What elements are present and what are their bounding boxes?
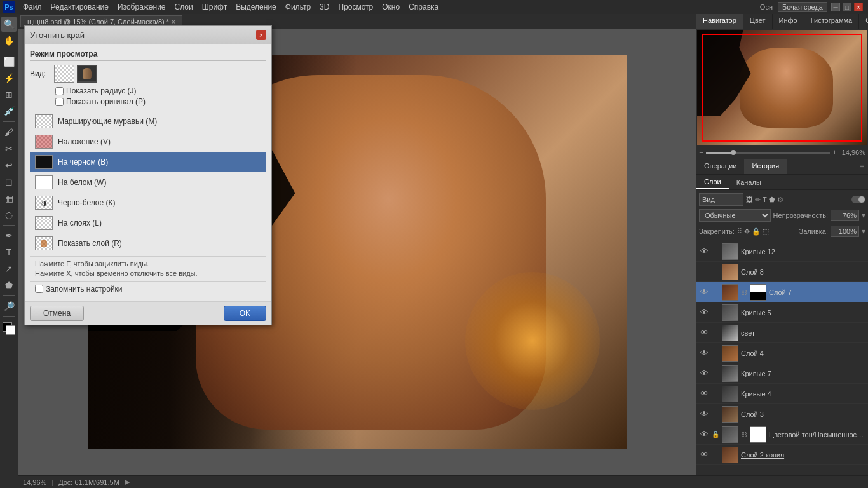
menu-font[interactable]: Шрифт <box>198 1 231 13</box>
tab-info[interactable]: Инфо <box>773 14 804 29</box>
menu-window[interactable]: Окно <box>378 1 403 13</box>
menu-help[interactable]: Справка <box>405 1 442 13</box>
layer-visibility-3[interactable]: 👁 <box>699 287 709 297</box>
tool-zoom[interactable]: 🔎 <box>1 299 17 314</box>
remember-checkbox[interactable] <box>35 285 43 293</box>
filter-icon-5[interactable]: ⚙ <box>777 196 783 204</box>
view-option-bw[interactable]: ◑ Черно-белое (К) <box>30 193 266 213</box>
view-option-on-black[interactable]: На черном (В) <box>30 152 266 172</box>
tool-clone[interactable]: ✂ <box>1 141 17 156</box>
blend-mode-select[interactable]: Обычные <box>699 209 771 222</box>
menu-filter[interactable]: Фильтр <box>281 1 315 13</box>
tool-dodge[interactable]: ◌ <box>1 207 17 222</box>
color-swatch[interactable] <box>3 322 15 335</box>
ok-button[interactable]: OK <box>224 306 266 321</box>
layer-link-11[interactable] <box>712 450 719 460</box>
layer-item-7[interactable]: 👁Кривые 7 <box>696 363 868 384</box>
tab-operations[interactable]: Операции <box>696 159 744 174</box>
layer-link-1[interactable] <box>712 247 719 257</box>
view-option-marching-ants[interactable]: Марширующие муравьи (М) <box>30 111 266 132</box>
close-btn[interactable]: × <box>854 3 863 11</box>
layer-visibility-10[interactable]: 👁 <box>699 430 709 440</box>
layer-item-6[interactable]: 👁Слой 4 <box>696 343 868 363</box>
layer-link-8[interactable] <box>712 389 719 399</box>
layer-link-7[interactable] <box>712 369 719 379</box>
tab-history[interactable]: История <box>744 159 787 174</box>
zoom-in-btn[interactable]: + <box>832 148 837 157</box>
layer-item-9[interactable]: 👁Слой 3 <box>696 404 868 424</box>
filter-icon-3[interactable]: T <box>763 196 767 204</box>
layers-panel-menu[interactable]: ≡ <box>856 159 868 174</box>
layer-visibility-2[interactable] <box>699 267 709 277</box>
tab-color[interactable]: Цвет <box>743 14 773 29</box>
tool-history-brush[interactable]: ↩ <box>1 158 17 173</box>
zoom-slider[interactable] <box>706 152 830 154</box>
subtab-layers[interactable]: Слои <box>696 175 729 189</box>
tool-lasso[interactable]: ⚡ <box>1 71 17 86</box>
tool-eyedropper[interactable]: 💉 <box>1 104 17 119</box>
filter-icon-2[interactable]: ✏ <box>755 196 761 204</box>
view-option-overlay[interactable]: Наложение (V) <box>30 132 266 152</box>
tool-crop[interactable]: ⊞ <box>1 87 17 102</box>
tab-histogram[interactable]: Гистограмма <box>804 14 860 29</box>
filter-toggle[interactable] <box>851 196 865 203</box>
tab-swatches[interactable]: Образцы <box>859 14 868 29</box>
zoom-slider-thumb[interactable] <box>731 150 736 155</box>
menu-image[interactable]: Изображение <box>114 1 170 13</box>
layer-visibility-1[interactable]: 👁 <box>699 247 709 257</box>
layer-item-2[interactable]: Слой 8 <box>696 262 868 282</box>
tool-eraser[interactable]: ◻ <box>1 174 17 189</box>
navigator-viewport[interactable] <box>702 34 862 142</box>
tool-brush[interactable]: 🖌 <box>1 125 17 140</box>
menu-view[interactable]: Просмотр <box>334 1 377 13</box>
lock-position[interactable]: ✥ <box>744 227 750 236</box>
zoom-out-btn[interactable]: − <box>699 148 703 157</box>
lock-pixels[interactable]: ⠿ <box>737 227 742 236</box>
layer-link-5[interactable] <box>712 328 719 338</box>
opacity-dropdown[interactable]: ▾ <box>862 211 865 220</box>
background-color[interactable] <box>6 325 15 335</box>
layer-item-5[interactable]: 👁свет <box>696 323 868 343</box>
layer-link-6[interactable] <box>712 348 719 358</box>
lock-all[interactable]: 🔒 <box>752 227 761 236</box>
menu-select[interactable]: Выделение <box>232 1 280 13</box>
layer-link-4[interactable] <box>712 308 719 318</box>
menu-file[interactable]: Файл <box>19 1 46 13</box>
tool-path[interactable]: ↗ <box>1 261 17 276</box>
filter-icon-1[interactable]: 🖼 <box>746 196 753 204</box>
layer-item-8[interactable]: 👁Кривые 4 <box>696 384 868 404</box>
tool-text[interactable]: T <box>1 245 17 260</box>
show-radius-checkbox[interactable] <box>55 87 64 95</box>
status-arrow[interactable]: ▶ <box>125 478 130 486</box>
tool-hand[interactable]: ✋ <box>1 33 17 48</box>
maximize-btn[interactable]: □ <box>843 3 851 11</box>
layer-link-10[interactable]: 🔒 <box>712 430 719 440</box>
dialog-close-btn[interactable]: × <box>256 30 266 40</box>
fill-dropdown[interactable]: ▾ <box>862 227 865 236</box>
layer-visibility-7[interactable]: 👁 <box>699 369 709 379</box>
layer-item-10[interactable]: 👁🔒⛓Цветовой тон/Насыщенность 1 ко... <box>696 424 868 445</box>
layer-visibility-8[interactable]: 👁 <box>699 389 709 399</box>
layer-item-11[interactable]: 👁Слой 2 копия <box>696 445 868 465</box>
layer-visibility-6[interactable]: 👁 <box>699 348 709 358</box>
menu-layers[interactable]: Слои <box>171 1 197 13</box>
lock-artboard[interactable]: ⬚ <box>763 227 769 236</box>
layer-link-3[interactable] <box>712 287 719 297</box>
workspace-name[interactable]: Бочая среда <box>778 2 827 12</box>
menu-edit[interactable]: Редактирование <box>47 1 112 13</box>
view-preview-2[interactable] <box>77 65 97 83</box>
layer-item-1[interactable]: 👁Кривые 12 <box>696 241 868 262</box>
layer-visibility-5[interactable]: 👁 <box>699 328 709 338</box>
opacity-input[interactable] <box>831 210 859 221</box>
tab-navigator[interactable]: Навигатор <box>696 14 743 29</box>
view-preview-1[interactable] <box>54 65 74 83</box>
filter-icon-4[interactable]: ⬟ <box>769 196 775 204</box>
subtab-channels[interactable]: Каналы <box>729 176 769 189</box>
layers-filter-type[interactable] <box>699 193 743 206</box>
view-option-show-layer[interactable]: Показать слой (R) <box>30 233 266 254</box>
layer-visibility-4[interactable]: 👁 <box>699 308 709 318</box>
fill-input[interactable] <box>831 226 859 237</box>
tool-shape[interactable]: ⬟ <box>1 278 17 293</box>
tool-gradient[interactable]: ▦ <box>1 191 17 206</box>
layer-item-3[interactable]: 👁⛓Слой 7 <box>696 282 868 302</box>
